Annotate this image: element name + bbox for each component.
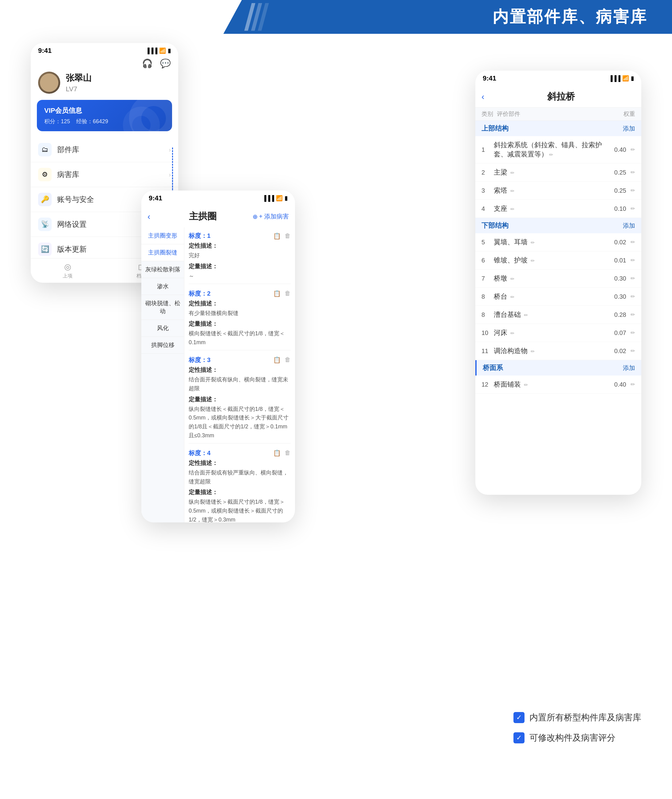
section-title-lower: 下部结构 (482, 221, 509, 230)
weight-edit-btn-3[interactable]: ✏ (630, 187, 635, 194)
weight-edit-btn-5[interactable]: ✏ (630, 239, 635, 245)
sidebar-item-arch[interactable]: 拱脚位移 (141, 337, 184, 354)
weight-row-5: 5 翼墙、耳墙 ✏ 0.02 ✏ (475, 233, 641, 251)
vip-info: 积分：125 经验：66429 (44, 118, 165, 125)
qual-label-4: 定性描述： (189, 459, 291, 467)
copy-icon-2[interactable]: 📋 (273, 290, 281, 297)
copy-icon-1[interactable]: 📋 (273, 232, 281, 240)
weight-num-3: 3 (482, 187, 494, 194)
delete-icon-2[interactable]: 🗑 (285, 290, 291, 297)
status-time-profile: 9:41 (38, 47, 52, 55)
add-disease-button[interactable]: ⊕ + 添加病害 (253, 212, 289, 221)
entry-actions-1: 📋 🗑 (273, 232, 291, 240)
weight-row-4: 4 支座 ✏ 0.10 ✏ (475, 200, 641, 218)
arrow-icon-1: › (169, 146, 171, 153)
weight-edit-btn-10[interactable]: ✏ (630, 330, 635, 336)
weight-value-7: 0.30 (614, 275, 626, 282)
copy-icon-4[interactable]: 📋 (273, 449, 281, 457)
section-header-upper: 上部结构 添加 (475, 121, 641, 136)
weight-row-3: 3 索塔 ✏ 0.25 ✏ (475, 182, 641, 200)
edit-icon-9[interactable]: ✏ (524, 312, 528, 318)
edit-icon-8[interactable]: ✏ (510, 295, 514, 299)
weight-edit-btn-6[interactable]: ✏ (630, 257, 635, 264)
weight-edit-btn-7[interactable]: ✏ (630, 275, 635, 282)
weight-num-5: 5 (482, 239, 494, 246)
status-bar-disease: 9:41 ▐▐▐ 📶 ▮ (141, 191, 295, 206)
weight-row-11: 11 调洽构造物 ✏ 0.02 ✏ (475, 342, 641, 360)
delete-icon-4[interactable]: 🗑 (285, 449, 291, 457)
weight-value-10: 0.07 (614, 330, 626, 336)
username: 张翠山 (66, 72, 91, 84)
weight-edit-btn-12[interactable]: ✏ (630, 381, 635, 388)
copy-icon-3[interactable]: 📋 (273, 356, 281, 363)
sidebar-item-flake[interactable]: 灰绿松散剥落 (141, 261, 184, 278)
status-icons-disease: ▐▐▐ 📶 ▮ (262, 195, 288, 202)
section-add-bridge[interactable]: 添加 (623, 364, 635, 372)
menu-item-components[interactable]: 🗂 部件库 › (31, 138, 178, 162)
entry-level-row-2: 标度：2 📋 🗑 (189, 290, 291, 298)
col-header-weight: 权重 (611, 110, 635, 118)
network-icon: 📡 (38, 218, 52, 231)
back-button-disease[interactable]: ‹ (147, 212, 150, 222)
edit-icon-7[interactable]: ✏ (510, 276, 514, 282)
account-icon: 🔑 (38, 193, 52, 206)
qual-label-2: 定性描述： (189, 299, 291, 307)
edit-icon-6[interactable]: ✏ (531, 258, 534, 263)
section-add-lower[interactable]: 添加 (623, 222, 635, 230)
back-button-weights[interactable]: ‹ (482, 92, 484, 102)
edit-icon-11[interactable]: ✏ (531, 349, 534, 354)
nav-home[interactable]: ◎ 上项 (31, 258, 104, 283)
edit-icon-12[interactable]: ✏ (524, 382, 528, 387)
weight-name-1: 斜拉索系统（斜拉索、锚具、拉索护套、减震装置等）✏ (494, 141, 614, 159)
weight-value-1: 0.40 (614, 146, 626, 153)
entry-level-3: 标度：3 (189, 356, 211, 364)
weight-value-4: 0.10 (614, 205, 626, 212)
weight-value-9: 0.28 (614, 311, 626, 319)
user-level: LV7 (66, 85, 91, 93)
sidebar-item-block[interactable]: 砌块脱缝、松动 (141, 295, 184, 320)
weight-name-11: 调洽构造物 ✏ (494, 346, 614, 355)
message-icon[interactable]: 💬 (160, 58, 171, 69)
edit-icon-1[interactable]: ✏ (549, 152, 553, 157)
weight-edit-btn-1[interactable]: ✏ (630, 146, 635, 153)
delete-icon-1[interactable]: 🗑 (285, 232, 291, 240)
entry-actions-3: 📋 🗑 (273, 356, 291, 363)
weight-edit-btn-8[interactable]: ✏ (630, 293, 635, 300)
section-add-upper[interactable]: 添加 (623, 125, 635, 133)
wifi-icon-w: 📶 (622, 75, 629, 82)
sidebar-item-shape[interactable]: 主拱圈变形 (141, 227, 184, 244)
disease-icon: ⚙ (38, 168, 52, 181)
sidebar-item-weather[interactable]: 风化 (141, 320, 184, 337)
edit-icon-5[interactable]: ✏ (531, 240, 534, 245)
weight-edit-btn-2[interactable]: ✏ (630, 169, 635, 176)
disease-screen-title: 主拱圈 (153, 210, 252, 223)
delete-icon-3[interactable]: 🗑 (285, 356, 291, 363)
weight-name-10: 河床 ✏ (494, 328, 614, 338)
weight-num-4: 4 (482, 205, 494, 212)
quant-text-1: ～ (189, 272, 291, 280)
weight-name-3: 索塔 ✏ (494, 186, 614, 195)
edit-icon-10[interactable]: ✏ (510, 331, 514, 336)
entry-actions-4: 📋 🗑 (273, 449, 291, 457)
weight-row-9: 8 漕台基础 ✏ 0.28 ✏ (475, 306, 641, 324)
menu-item-disease[interactable]: ⚙ 病害库 › (31, 162, 178, 187)
weight-name-9: 漕台基础 ✏ (494, 310, 614, 319)
edit-icon-4[interactable]: ✏ (510, 207, 514, 212)
section-title-bridge: 桥面系 (483, 363, 503, 373)
signal-icon-w: ▐▐▐ (609, 75, 620, 82)
weight-edit-btn-9[interactable]: ✏ (630, 311, 635, 318)
profile-header-icons: 🎧 💬 (31, 58, 178, 72)
sidebar-item-crack[interactable]: 主拱圈裂缝 (141, 244, 184, 261)
edit-icon-2[interactable]: ✏ (510, 170, 514, 176)
weight-num-2: 2 (482, 169, 494, 176)
weight-name-2: 主梁 ✏ (494, 168, 614, 177)
headphone-icon[interactable]: 🎧 (142, 58, 153, 69)
weight-value-12: 0.40 (614, 381, 626, 388)
weight-num-9: 8 (482, 311, 494, 319)
weight-edit-btn-4[interactable]: ✏ (630, 205, 635, 212)
sidebar-item-water[interactable]: 渗水 (141, 278, 184, 295)
entry-level-2: 标度：2 (189, 290, 211, 298)
weight-edit-btn-11[interactable]: ✏ (630, 347, 635, 354)
entry-level-1: 标度：1 (189, 232, 211, 240)
edit-icon-3[interactable]: ✏ (510, 188, 514, 194)
